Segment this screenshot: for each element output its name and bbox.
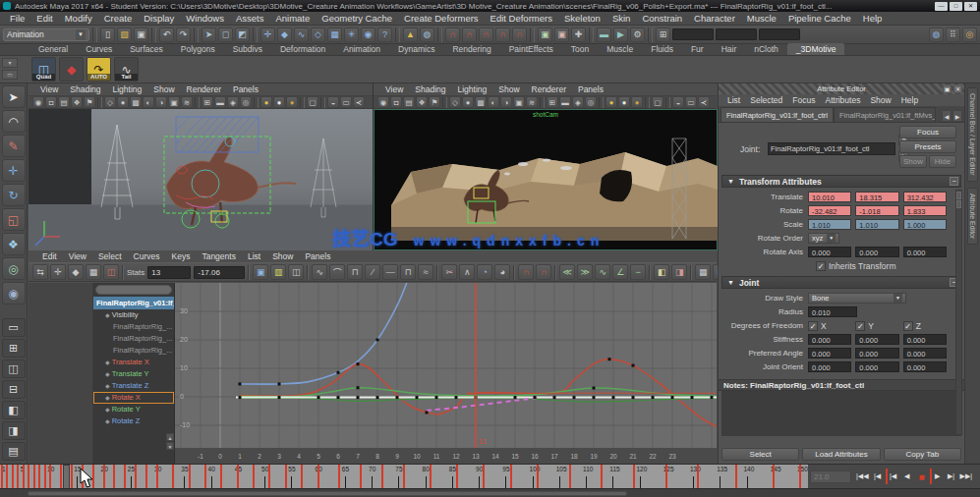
- rotate-axis-z-field[interactable]: 0.000: [903, 247, 947, 257]
- shaded-icon[interactable]: ●: [117, 96, 129, 108]
- menu-edit-deformers[interactable]: Edit Deformers: [485, 13, 558, 24]
- keyframe-tick[interactable]: [28, 465, 29, 488]
- open-scene-icon[interactable]: ▨: [117, 28, 132, 42]
- keyframe-tick[interactable]: [12, 465, 14, 488]
- dof-y-checkbox[interactable]: ✓: [855, 321, 865, 331]
- save-scene-icon[interactable]: ▣: [134, 28, 148, 42]
- graph-persp-layout-button[interactable]: ◨: [2, 421, 26, 440]
- render-icon[interactable]: ▬: [597, 28, 611, 42]
- all-lights-icon[interactable]: ●: [618, 96, 630, 108]
- shelf-tab-animation[interactable]: Animation: [334, 43, 389, 55]
- maximize-button[interactable]: □: [950, 2, 962, 11]
- add-keys-icon[interactable]: ◆: [68, 264, 84, 280]
- sidebar-tab-attribute-editor[interactable]: Attribute Editor: [967, 188, 978, 245]
- translate-z-field[interactable]: 312.432: [903, 192, 947, 202]
- lock-camera-icon[interactable]: ◘: [390, 96, 402, 108]
- shelf-tab-subdivs[interactable]: Subdivs: [224, 43, 271, 55]
- sort-outliner-icon[interactable]: ◍: [929, 28, 944, 42]
- xray-icon[interactable]: ◈: [227, 96, 239, 108]
- shelf-tab-polygons[interactable]: Polygons: [172, 43, 224, 55]
- load-attributes-button[interactable]: Load Attributes: [802, 448, 880, 461]
- keyframe-tick[interactable]: [253, 465, 255, 488]
- mask-deformations-icon[interactable]: ▦: [327, 28, 342, 42]
- viewport-right[interactable]: ViewShadingLightingShowRendererPanels ◉◘…: [373, 83, 717, 250]
- range-slider[interactable]: [0, 488, 980, 497]
- select-component-icon[interactable]: ◩: [235, 28, 250, 42]
- move-tool-icon[interactable]: ✛: [2, 159, 26, 182]
- menu-pipeline-cache[interactable]: Pipeline Cache: [782, 13, 857, 24]
- post-infinity-cycle-icon[interactable]: ≫: [577, 264, 593, 280]
- radius-field[interactable]: 0.010: [808, 306, 857, 317]
- outliner-search-input[interactable]: [95, 285, 172, 295]
- rotate-axis-y-field[interactable]: 0.000: [855, 247, 898, 257]
- redo-icon[interactable]: ↷: [176, 28, 191, 42]
- keyframe-tick[interactable]: [44, 465, 46, 488]
- keyframe-tick[interactable]: [301, 465, 303, 488]
- time-snap-icon[interactable]: ∩: [518, 264, 534, 280]
- menu-windows[interactable]: Windows: [180, 13, 230, 24]
- lattice-deform-keys-icon[interactable]: ▦: [86, 264, 101, 280]
- menu-list[interactable]: List: [722, 95, 745, 105]
- menu-create-deformers[interactable]: Create Deformers: [398, 13, 485, 24]
- linear-infinity-icon[interactable]: ∠: [612, 264, 628, 280]
- stats-frame-field[interactable]: 13: [147, 266, 191, 279]
- keyframe-tick[interactable]: [60, 465, 62, 488]
- step-forward-key-button[interactable]: ▶|: [945, 469, 958, 484]
- shaded-icon[interactable]: ●: [462, 96, 474, 108]
- joint-section[interactable]: ▼ Joint −: [721, 276, 961, 289]
- sequence-time-icon[interactable]: ▬: [214, 96, 226, 108]
- shelf-quad-button[interactable]: ◫Quad: [31, 57, 56, 82]
- keyframe-tick[interactable]: [360, 465, 362, 488]
- output-connections-icon[interactable]: ▣: [554, 28, 569, 42]
- keyframe-tick[interactable]: [113, 465, 115, 488]
- play-forwards-button[interactable]: ▶: [930, 469, 944, 484]
- move-nearest-key-icon[interactable]: ⇆: [32, 264, 48, 280]
- keyframe-tick[interactable]: [17, 465, 19, 488]
- keyframe-tick[interactable]: [317, 465, 319, 488]
- use-lights-icon[interactable]: ◐: [143, 96, 154, 108]
- title-bar[interactable]: Autodesk Maya 2017 x64 - Student Version…: [0, 0, 980, 12]
- menu-select[interactable]: Select: [92, 251, 128, 261]
- copy-tab-button[interactable]: Copy Tab: [884, 448, 961, 461]
- menu-show[interactable]: Show: [147, 84, 180, 94]
- shelf-tab-curves[interactable]: Curves: [77, 43, 121, 55]
- transform-attributes-section[interactable]: ▼ Transform Attributes −: [721, 175, 961, 188]
- keyframe-tick[interactable]: [773, 465, 775, 488]
- outliner-persp-layout-button[interactable]: ◧: [2, 401, 26, 419]
- menu-view[interactable]: View: [379, 84, 409, 94]
- keyframe-tick[interactable]: [145, 465, 147, 488]
- sequence-time-icon[interactable]: ▬: [559, 96, 571, 108]
- paint-select-tool-icon[interactable]: ✎: [2, 135, 26, 157]
- default-light-icon[interactable]: ●: [605, 96, 617, 108]
- select-camera-icon[interactable]: ◉: [32, 96, 44, 108]
- keyframe-tick[interactable]: [172, 465, 174, 488]
- frame-all-icon[interactable]: ▣: [253, 264, 268, 280]
- mask-curves-icon[interactable]: ∿: [294, 28, 309, 42]
- render-settings-icon[interactable]: ⚙: [630, 28, 645, 42]
- draw-style-dropdown[interactable]: Bone ▼: [808, 293, 906, 304]
- go-to-start-button[interactable]: |◀◀: [855, 469, 870, 484]
- shelf-tab-general[interactable]: General: [29, 43, 77, 55]
- dof-x-checkbox[interactable]: ✓: [808, 321, 818, 331]
- keyframe-tick[interactable]: [92, 465, 94, 488]
- symmetry-grid-icon[interactable]: ⊞: [656, 28, 670, 42]
- xray-joints-icon[interactable]: ◎: [240, 96, 252, 108]
- tab-lf-foot-ctrl[interactable]: FinalRaptorRig_v01:lf_foot_ctrl: [721, 107, 834, 122]
- shadows-icon[interactable]: ◑: [155, 96, 167, 108]
- menu-shading[interactable]: Shading: [64, 84, 106, 94]
- ambient-occlusion-icon[interactable]: ▣: [513, 96, 525, 108]
- highlight-selection-icon[interactable]: ◍: [420, 28, 434, 42]
- menu-help[interactable]: Help: [896, 95, 923, 105]
- shelf-tab-dynamics[interactable]: Dynamics: [389, 43, 443, 55]
- keyframe-tick[interactable]: [633, 465, 635, 488]
- joint-tool-icon[interactable]: ◉: [2, 282, 26, 304]
- keyframe-tick[interactable]: [483, 465, 485, 488]
- play-backwards-button[interactable]: ◀: [900, 469, 914, 484]
- attribute-editor-header[interactable]: Attribute Editor ▣ ✕: [719, 83, 964, 94]
- menu-shading[interactable]: Shading: [409, 84, 451, 94]
- step-tangent-icon[interactable]: ⊓: [400, 264, 416, 280]
- collapse-box-icon[interactable]: −: [950, 177, 958, 186]
- menu-panels[interactable]: Panels: [572, 84, 609, 94]
- shelf-tab-deformation[interactable]: Deformation: [271, 43, 334, 55]
- keyframe-tick[interactable]: [135, 465, 137, 488]
